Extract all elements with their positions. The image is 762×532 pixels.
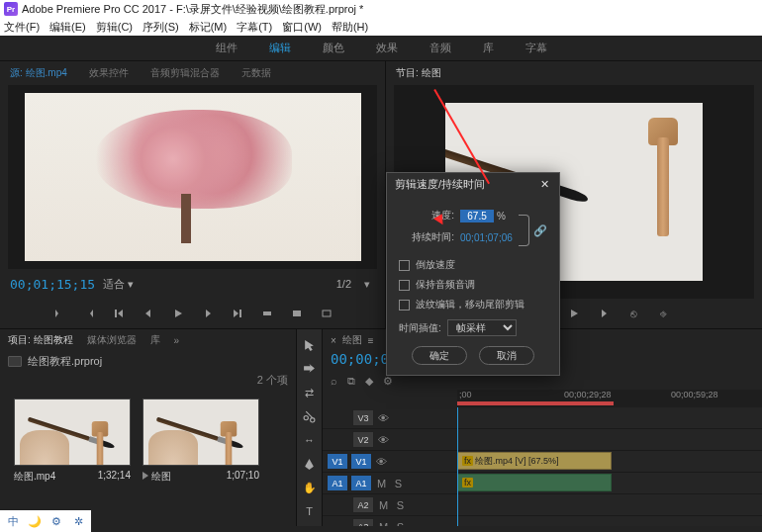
settings-icon[interactable]: ⚙ <box>383 375 393 388</box>
pen-tool-icon[interactable] <box>302 456 318 472</box>
source-timecode[interactable]: 00;01;15;15 <box>10 277 95 292</box>
checkbox-icon[interactable] <box>399 280 410 291</box>
dialog-titlebar[interactable]: 剪辑速度/持续时间 ✕ <box>387 173 559 195</box>
tab-metadata[interactable]: 元数据 <box>241 66 271 80</box>
mark-in-icon[interactable] <box>51 306 67 321</box>
source-monitor[interactable] <box>8 85 377 269</box>
ripple-check[interactable]: 波纹编辑，移动尾部剪辑 <box>399 298 547 311</box>
track-lane[interactable]: fx <box>457 473 762 493</box>
cancel-button[interactable]: 取消 <box>479 346 534 365</box>
goto-out-icon[interactable] <box>230 306 245 321</box>
pitch-check[interactable]: 保持音频音调 <box>399 278 547 292</box>
audio-clip[interactable]: fx <box>457 474 612 491</box>
prog-play-icon[interactable] <box>566 306 582 321</box>
track-lane[interactable] <box>457 516 762 526</box>
menu-mark[interactable]: 标记(M) <box>189 20 228 35</box>
ime-lang-icon[interactable]: 中 <box>6 514 20 528</box>
marker-icon[interactable]: ▾ <box>359 276 375 292</box>
overwrite-icon[interactable] <box>289 306 305 321</box>
type-tool-icon[interactable]: T <box>302 503 318 519</box>
ime-gear-icon[interactable]: ⚙ <box>49 514 63 528</box>
track-lane[interactable]: fx绘图.mp4 [V] [67.5%] <box>457 451 762 472</box>
track-lane[interactable] <box>457 429 762 450</box>
ripple-tool-icon[interactable]: ⇄ <box>302 385 318 400</box>
ws-editing[interactable]: 编辑 <box>269 41 291 55</box>
track-toggle-v3[interactable]: V3 <box>352 409 374 426</box>
tabs-overflow-icon[interactable]: » <box>174 335 180 346</box>
tab-program[interactable]: 节目: 绘图 <box>396 66 441 80</box>
timeline-ruler[interactable]: ;00 00;00;29;28 00;00;59;28 00;01;29;29 <box>457 390 762 407</box>
track-select-tool-icon[interactable] <box>302 361 318 377</box>
video-clip[interactable]: fx绘图.mp4 [V] [67.5%] <box>457 452 612 470</box>
solo-icon[interactable]: S <box>393 519 408 526</box>
ws-assembly[interactable]: 组件 <box>216 41 238 55</box>
play-icon[interactable] <box>170 306 186 321</box>
tab-media-browser[interactable]: 媒体浏览器 <box>87 333 137 347</box>
duration-value[interactable]: 00;01;07;06 <box>460 232 513 243</box>
ws-captions[interactable]: 字幕 <box>525 41 547 55</box>
mute-icon[interactable]: M <box>376 519 391 526</box>
track-toggle-a3[interactable]: A3 <box>352 518 374 526</box>
prog-extract-icon[interactable]: ⎆ <box>655 306 671 321</box>
tab-libraries[interactable]: 库 <box>150 333 160 347</box>
thumb-item[interactable]: 绘图 1;07;10 <box>143 399 259 484</box>
menu-help[interactable]: 帮助(H) <box>332 20 368 35</box>
link-icon[interactable]: ⧉ <box>347 375 355 388</box>
menu-sequence[interactable]: 序列(S) <box>143 20 179 35</box>
tab-source[interactable]: 源: 绘图.mp4 <box>10 66 67 80</box>
interp-select[interactable]: 帧采样 <box>447 319 517 336</box>
close-icon[interactable]: ✕ <box>537 177 551 191</box>
source-fit[interactable]: 适合 ▾ <box>103 277 134 292</box>
step-back-icon[interactable] <box>141 306 156 321</box>
ime-moon-icon[interactable]: 🌙 <box>28 514 42 528</box>
hand-tool-icon[interactable]: ✋ <box>302 480 318 495</box>
src-patch-v1[interactable]: V1 <box>327 453 348 470</box>
step-fwd-icon[interactable] <box>200 306 216 321</box>
menu-clip[interactable]: 剪辑(C) <box>96 20 133 35</box>
razor-tool-icon[interactable] <box>302 408 318 424</box>
slip-tool-icon[interactable]: ↔ <box>302 432 318 448</box>
menu-edit[interactable]: 编辑(E) <box>49 20 86 35</box>
tab-audio-mixer[interactable]: 音频剪辑混合器 <box>150 66 220 80</box>
sequence-tab[interactable]: 绘图 <box>342 333 362 347</box>
thumb-item[interactable]: 绘图.mp4 1;32;14 <box>14 399 131 484</box>
solo-icon[interactable]: S <box>393 497 408 512</box>
link-toggle-icon[interactable]: 🔗 <box>533 224 547 237</box>
eye-icon[interactable]: 👁 <box>374 454 389 469</box>
menu-window[interactable]: 窗口(W) <box>282 20 322 35</box>
track-lane[interactable] <box>457 494 762 515</box>
mark-out-icon[interactable] <box>81 306 97 321</box>
tab-project[interactable]: 项目: 绘图教程 <box>8 333 73 347</box>
track-toggle-a1[interactable]: A1 <box>350 475 372 491</box>
mute-icon[interactable]: M <box>374 476 389 490</box>
menu-caption[interactable]: 字幕(T) <box>237 20 272 35</box>
export-frame-icon[interactable] <box>319 306 334 321</box>
ws-audio[interactable]: 音频 <box>429 41 451 55</box>
ws-color[interactable]: 颜色 <box>323 41 344 55</box>
eye-icon[interactable]: 👁 <box>376 432 391 447</box>
checkbox-icon[interactable] <box>399 300 410 310</box>
checkbox-icon[interactable] <box>399 260 410 271</box>
ws-effects[interactable]: 效果 <box>376 41 398 55</box>
track-lane[interactable] <box>457 407 762 428</box>
ok-button[interactable]: 确定 <box>412 346 467 365</box>
prog-step-fwd-icon[interactable] <box>596 306 612 321</box>
project-breadcrumb[interactable]: 绘图教程.prproj <box>0 351 296 371</box>
mute-icon[interactable]: M <box>376 497 391 512</box>
menu-file[interactable]: 文件(F) <box>4 20 40 35</box>
src-patch-a1[interactable]: A1 <box>327 475 348 491</box>
snap-icon[interactable]: ⌕ <box>331 375 337 388</box>
track-toggle-v1[interactable]: V1 <box>350 453 372 470</box>
playhead[interactable] <box>457 407 458 526</box>
insert-icon[interactable] <box>259 306 275 321</box>
ime-gear2-icon[interactable]: ✲ <box>71 514 85 528</box>
track-toggle-a2[interactable]: A2 <box>352 496 374 513</box>
speed-input[interactable] <box>460 210 494 222</box>
work-area-bar[interactable] <box>457 401 614 405</box>
prog-lift-icon[interactable]: ⎋ <box>625 306 641 321</box>
marker-add-icon[interactable]: ◆ <box>365 375 373 388</box>
selection-tool-icon[interactable] <box>302 337 318 353</box>
solo-icon[interactable]: S <box>391 476 406 490</box>
reverse-check[interactable]: 倒放速度 <box>399 258 547 272</box>
ws-library[interactable]: 库 <box>483 41 494 55</box>
